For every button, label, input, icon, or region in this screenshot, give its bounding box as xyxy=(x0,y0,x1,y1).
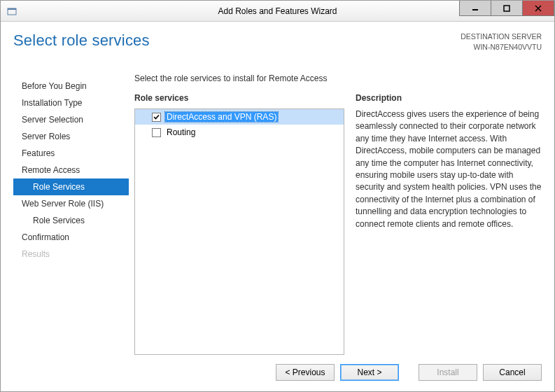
description-column: Description DirectAccess gives users the… xyxy=(356,93,542,355)
sidebar-item[interactable]: Role Services xyxy=(13,212,129,229)
service-item[interactable]: Routing xyxy=(135,125,344,140)
service-item-label: DirectAccess and VPN (RAS) xyxy=(165,112,278,122)
page-title: Select role services xyxy=(13,31,150,50)
sidebar-item[interactable]: Role Services xyxy=(13,178,129,195)
destination-block: DESTINATION SERVER WIN-N87EN40VVTU xyxy=(461,31,542,52)
window-controls xyxy=(460,1,554,21)
sidebar-item: Results xyxy=(13,246,129,262)
minimize-button[interactable] xyxy=(459,1,491,16)
svg-rect-3 xyxy=(504,6,510,11)
wizard-content: Select role services DESTINATION SERVER … xyxy=(1,22,554,391)
columns: Role services DirectAccess and VPN (RAS)… xyxy=(134,93,542,355)
wizard-sidebar: Before You BeginInstallation TypeServer … xyxy=(13,74,129,355)
destination-value: WIN-N87EN40VVTU xyxy=(461,42,542,52)
svg-rect-1 xyxy=(8,8,16,10)
sidebar-item[interactable]: Server Roles xyxy=(13,128,129,145)
maximize-icon xyxy=(503,5,510,12)
sidebar-item[interactable]: Before You Begin xyxy=(13,78,129,94)
header-row: Select role services DESTINATION SERVER … xyxy=(13,31,542,64)
next-button[interactable]: Next > xyxy=(340,364,399,381)
sidebar-item[interactable]: Installation Type xyxy=(13,94,129,111)
services-label: Role services xyxy=(134,93,344,103)
close-icon xyxy=(535,5,542,12)
service-item-label: Routing xyxy=(165,127,197,137)
instruction-text: Select the role services to install for … xyxy=(134,74,542,83)
service-checkbox[interactable] xyxy=(152,113,161,122)
titlebar: Add Roles and Features Wizard xyxy=(1,1,554,22)
close-button[interactable] xyxy=(522,1,554,16)
previous-button[interactable]: < Previous xyxy=(276,364,335,381)
main-panel: Select the role services to install for … xyxy=(134,74,542,355)
description-label: Description xyxy=(356,93,542,103)
install-button[interactable]: Install xyxy=(419,364,477,381)
body-row: Before You BeginInstallation TypeServer … xyxy=(13,74,542,355)
service-checkbox[interactable] xyxy=(152,128,161,137)
description-text: DirectAccess gives users the experience … xyxy=(356,108,542,230)
sidebar-item[interactable]: Remote Access xyxy=(13,162,129,178)
minimize-icon xyxy=(472,5,479,12)
services-listbox[interactable]: DirectAccess and VPN (RAS)Routing xyxy=(134,108,344,355)
sidebar-item[interactable]: Confirmation xyxy=(13,229,129,246)
wizard-footer: < Previous Next > Install Cancel xyxy=(13,355,542,383)
maximize-button[interactable] xyxy=(491,1,523,16)
destination-label: DESTINATION SERVER xyxy=(461,31,542,42)
service-item[interactable]: DirectAccess and VPN (RAS) xyxy=(135,109,344,125)
sidebar-item[interactable]: Web Server Role (IIS) xyxy=(13,195,129,212)
services-column: Role services DirectAccess and VPN (RAS)… xyxy=(134,93,344,355)
app-icon xyxy=(6,6,17,17)
sidebar-item[interactable]: Server Selection xyxy=(13,111,129,128)
cancel-button[interactable]: Cancel xyxy=(483,364,542,381)
sidebar-item[interactable]: Features xyxy=(13,145,129,162)
